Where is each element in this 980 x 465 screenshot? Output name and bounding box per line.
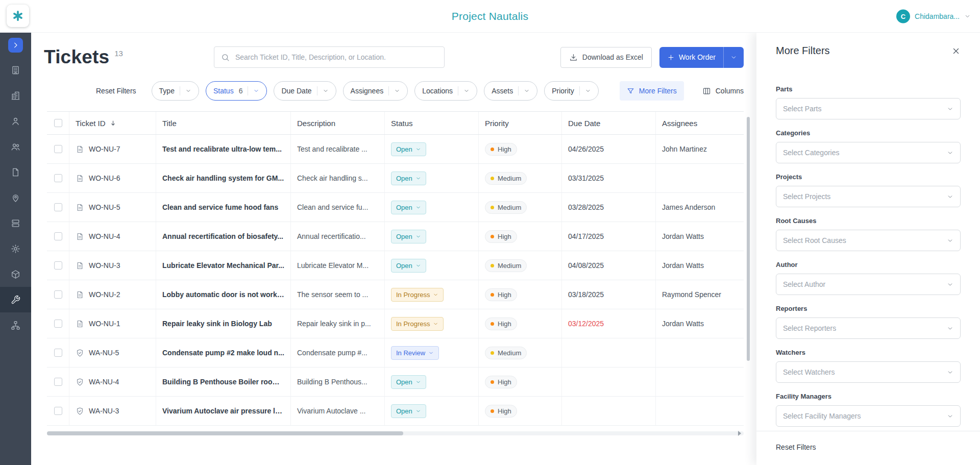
- priority-badge: High: [485, 230, 517, 243]
- ticket-title-link[interactable]: Lubricate Elevator Mechanical Par...: [162, 261, 284, 270]
- columns-button[interactable]: Columns: [702, 87, 744, 95]
- table-row[interactable]: WA-NU-5Condensate pump #2 make loud n...…: [47, 338, 744, 368]
- work-order-button[interactable]: Work Order: [659, 47, 723, 68]
- person-icon: [11, 116, 20, 126]
- status-dropdown[interactable]: Open: [391, 142, 426, 156]
- reset-filters-button[interactable]: Reset Filters: [96, 87, 136, 95]
- row-checkbox[interactable]: [54, 407, 62, 415]
- user-menu[interactable]: C Chidambara...: [896, 9, 971, 23]
- status-dropdown[interactable]: Open: [391, 201, 426, 214]
- sidebar-item-hierarchy[interactable]: [0, 312, 31, 338]
- table-row[interactable]: WO-NU-7Test and recalibrate ultra-low te…: [47, 135, 744, 164]
- chevron-down-icon: [433, 321, 438, 327]
- table-row[interactable]: WA-NU-4Building B Penthouse Boiler room,…: [47, 368, 744, 397]
- filter-pill-locations[interactable]: Locations: [414, 81, 477, 101]
- app-title: Project Nautalis: [452, 10, 528, 22]
- status-dropdown[interactable]: In Progress: [391, 288, 444, 302]
- download-excel-button[interactable]: Download as Excel: [560, 47, 652, 68]
- select-parts[interactable]: Select Parts: [776, 98, 961, 119]
- column-header-description[interactable]: Description: [291, 112, 385, 134]
- row-checkbox[interactable]: [54, 378, 62, 386]
- ticket-title-link[interactable]: Clean and service fume hood fans: [162, 203, 278, 211]
- sidebar-item-people[interactable]: [0, 108, 31, 134]
- ticket-title-link[interactable]: Condensate pump #2 make loud n...: [162, 349, 284, 357]
- ticket-title-link[interactable]: Annual recertification of biosafety...: [162, 232, 283, 240]
- status-dropdown[interactable]: Open: [391, 404, 426, 418]
- vertical-scrollbar-thumb[interactable]: [747, 117, 750, 361]
- sidebar-item-settings[interactable]: [0, 236, 31, 261]
- sidebar-item-locations[interactable]: [0, 185, 31, 210]
- row-checkbox[interactable]: [54, 349, 62, 357]
- column-header-assignees[interactable]: Assignees: [656, 112, 744, 134]
- close-panel-button[interactable]: [951, 46, 961, 56]
- ticket-description: Annual recertificatio...: [297, 232, 366, 240]
- select-categories[interactable]: Select Categories: [776, 142, 961, 163]
- ticket-title-link[interactable]: Vivarium Autoclave air pressure le...: [162, 407, 284, 415]
- sidebar-item-work-orders[interactable]: [0, 287, 31, 312]
- app-logo[interactable]: [7, 5, 29, 27]
- row-checkbox[interactable]: [54, 232, 62, 240]
- table-row[interactable]: WO-NU-1Repair leaky sink in Biology LabR…: [47, 309, 744, 338]
- horizontal-scrollbar[interactable]: [47, 431, 744, 435]
- horizontal-scrollbar-thumb[interactable]: [47, 431, 403, 435]
- filter-pill-type[interactable]: Type: [152, 81, 199, 101]
- filter-pill-assets[interactable]: Assets: [484, 81, 537, 101]
- field-label: Root Causes: [776, 217, 961, 225]
- status-dropdown[interactable]: In Progress: [391, 317, 444, 331]
- sidebar-item-documents[interactable]: [0, 159, 31, 185]
- column-header-status[interactable]: Status: [385, 112, 479, 134]
- ticket-title-link[interactable]: Check air handling system for GM...: [162, 174, 284, 182]
- select-facility-managers[interactable]: Select Facility Managers: [776, 405, 961, 427]
- select-author[interactable]: Select Author: [776, 274, 961, 295]
- status-dropdown[interactable]: Open: [391, 375, 426, 389]
- status-dropdown[interactable]: Open: [391, 230, 426, 243]
- sidebar-nav: [0, 33, 31, 465]
- table-row[interactable]: WO-NU-5Clean and service fume hood fansC…: [47, 193, 744, 222]
- sidebar-item-buildings[interactable]: [0, 83, 31, 108]
- scroll-right-arrow-icon[interactable]: [738, 431, 741, 436]
- select-all-checkbox[interactable]: [54, 119, 62, 127]
- select-reporters[interactable]: Select Reporters: [776, 317, 961, 339]
- sidebar-item-inventory[interactable]: [0, 261, 31, 287]
- select-projects[interactable]: Select Projects: [776, 186, 961, 207]
- row-checkbox[interactable]: [54, 203, 62, 211]
- sidebar-item-teams[interactable]: [0, 134, 31, 159]
- table-row[interactable]: WA-NU-3Vivarium Autoclave air pressure l…: [47, 397, 744, 426]
- ticket-title-link[interactable]: Test and recalibrate ultra-low tem...: [162, 145, 282, 153]
- search-input[interactable]: [234, 53, 437, 62]
- status-dropdown[interactable]: Open: [391, 172, 426, 185]
- row-checkbox[interactable]: [54, 174, 62, 182]
- column-header-title[interactable]: Title: [156, 112, 291, 134]
- vertical-scrollbar[interactable]: [747, 115, 750, 425]
- chevron-down-icon: [415, 263, 421, 268]
- row-checkbox[interactable]: [54, 290, 62, 299]
- panel-reset-filters-button[interactable]: Reset Filters: [776, 443, 816, 451]
- more-filters-button[interactable]: More Filters: [620, 81, 684, 101]
- status-dropdown[interactable]: Open: [391, 259, 426, 273]
- filter-pill-priority[interactable]: Priority: [544, 81, 599, 101]
- column-header-priority[interactable]: Priority: [479, 112, 562, 134]
- row-checkbox[interactable]: [54, 261, 62, 270]
- select-watchers[interactable]: Select Watchers: [776, 361, 961, 383]
- sidebar-item-expand[interactable]: [0, 33, 31, 57]
- filter-pill-assignees[interactable]: Assignees: [343, 81, 408, 101]
- select-root-causes[interactable]: Select Root Causes: [776, 230, 961, 251]
- sidebar-item-facilities[interactable]: [0, 57, 31, 83]
- table-row[interactable]: WO-NU-2Lobby automatic door is not worki…: [47, 280, 744, 309]
- sidebar-item-assets-stack[interactable]: [0, 210, 31, 236]
- ticket-title-link[interactable]: Repair leaky sink in Biology Lab: [162, 320, 272, 328]
- row-checkbox[interactable]: [54, 145, 62, 153]
- work-order-dropdown-button[interactable]: [723, 47, 744, 68]
- filter-pill-due-date[interactable]: Due Date: [274, 81, 336, 101]
- row-checkbox[interactable]: [54, 320, 62, 328]
- filter-pill-status[interactable]: Status6: [206, 81, 267, 101]
- page-title: Tickets: [44, 46, 109, 68]
- ticket-title-link[interactable]: Building B Penthouse Boiler room,...: [162, 378, 284, 386]
- column-header-ticket-id[interactable]: Ticket ID: [69, 112, 156, 134]
- status-dropdown[interactable]: In Review: [391, 346, 439, 360]
- column-header-due-date[interactable]: Due Date: [562, 112, 656, 134]
- ticket-title-link[interactable]: Lobby automatic door is not worki...: [162, 290, 284, 299]
- table-row[interactable]: WO-NU-3Lubricate Elevator Mechanical Par…: [47, 251, 744, 280]
- table-row[interactable]: WO-NU-6Check air handling system for GM.…: [47, 164, 744, 193]
- table-row[interactable]: WO-NU-4Annual recertification of biosafe…: [47, 222, 744, 251]
